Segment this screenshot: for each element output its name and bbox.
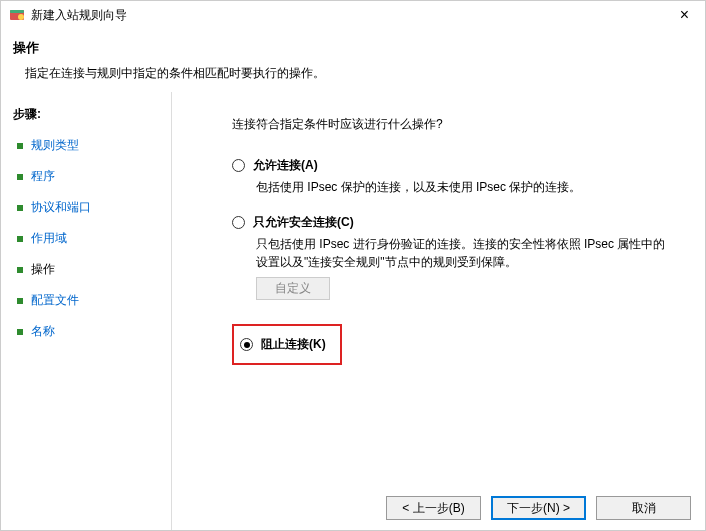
- step-scope[interactable]: 作用域: [13, 230, 163, 247]
- header: 操作 指定在连接与规则中指定的条件相匹配时要执行的操作。: [1, 29, 705, 92]
- back-button[interactable]: < 上一步(B): [386, 496, 481, 520]
- step-label: 协议和端口: [31, 199, 91, 216]
- bullet-icon: [17, 329, 23, 335]
- sidebar-title: 步骤:: [13, 106, 163, 123]
- step-label: 程序: [31, 168, 55, 185]
- svg-rect-1: [10, 10, 24, 13]
- wizard-window: 新建入站规则向导 × 操作 指定在连接与规则中指定的条件相匹配时要执行的操作。 …: [0, 0, 706, 531]
- step-protocol-ports[interactable]: 协议和端口: [13, 199, 163, 216]
- bullet-icon: [17, 143, 23, 149]
- svg-point-2: [18, 14, 24, 20]
- bullet-icon: [17, 236, 23, 242]
- next-button[interactable]: 下一步(N) >: [491, 496, 586, 520]
- titlebar: 新建入站规则向导 ×: [1, 1, 705, 29]
- content-question: 连接符合指定条件时应该进行什么操作?: [232, 116, 677, 133]
- radio-allow-secure[interactable]: 只允许安全连接(C) 只包括使用 IPsec 进行身份验证的连接。连接的安全性将…: [232, 214, 677, 300]
- step-action[interactable]: 操作: [13, 261, 163, 278]
- highlight-box: 阻止连接(K): [232, 324, 342, 365]
- bullet-icon: [17, 298, 23, 304]
- radio-group: 允许连接(A) 包括使用 IPsec 保护的连接，以及未使用 IPsec 保护的…: [232, 157, 677, 365]
- footer: < 上一步(B) 下一步(N) > 取消: [386, 496, 691, 520]
- step-program[interactable]: 程序: [13, 168, 163, 185]
- step-rule-type[interactable]: 规则类型: [13, 137, 163, 154]
- bullet-icon: [17, 174, 23, 180]
- firewall-icon: [9, 7, 25, 23]
- radio-desc: 只包括使用 IPsec 进行身份验证的连接。连接的安全性将依照 IPsec 属性…: [256, 235, 677, 271]
- cancel-button[interactable]: 取消: [596, 496, 691, 520]
- radio-allow[interactable]: 允许连接(A) 包括使用 IPsec 保护的连接，以及未使用 IPsec 保护的…: [232, 157, 677, 196]
- step-profile[interactable]: 配置文件: [13, 292, 163, 309]
- step-label: 名称: [31, 323, 55, 340]
- titlebar-title: 新建入站规则向导: [31, 7, 672, 24]
- radio-icon[interactable]: [240, 338, 253, 351]
- step-label: 作用域: [31, 230, 67, 247]
- body: 步骤: 规则类型 程序 协议和端口 作用域 操作: [1, 92, 705, 530]
- step-label: 操作: [31, 261, 55, 278]
- customize-button: 自定义: [256, 277, 330, 300]
- step-label: 配置文件: [31, 292, 79, 309]
- step-label: 规则类型: [31, 137, 79, 154]
- radio-label: 阻止连接(K): [261, 336, 326, 353]
- page-description: 指定在连接与规则中指定的条件相匹配时要执行的操作。: [25, 65, 689, 82]
- sidebar: 步骤: 规则类型 程序 协议和端口 作用域 操作: [1, 92, 171, 530]
- radio-block[interactable]: 阻止连接(K): [240, 336, 326, 353]
- bullet-icon: [17, 267, 23, 273]
- bullet-icon: [17, 205, 23, 211]
- radio-label: 允许连接(A): [253, 157, 318, 174]
- radio-icon[interactable]: [232, 216, 245, 229]
- content: 连接符合指定条件时应该进行什么操作? 允许连接(A) 包括使用 IPsec 保护…: [171, 92, 705, 530]
- radio-label: 只允许安全连接(C): [253, 214, 354, 231]
- radio-icon[interactable]: [232, 159, 245, 172]
- radio-desc: 包括使用 IPsec 保护的连接，以及未使用 IPsec 保护的连接。: [256, 178, 677, 196]
- close-icon[interactable]: ×: [672, 6, 697, 24]
- step-name[interactable]: 名称: [13, 323, 163, 340]
- page-title: 操作: [13, 39, 689, 57]
